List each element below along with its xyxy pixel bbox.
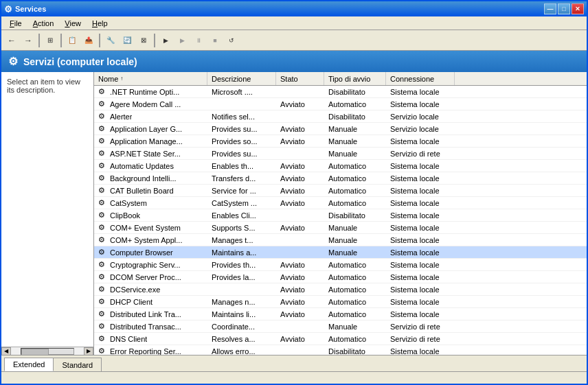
menu-view[interactable]: View [59, 18, 87, 29]
service-name-text: CAT Bulletin Board [110, 187, 174, 195]
pause-button[interactable]: ⏸ [191, 33, 206, 48]
service-startup-cell: Disabilitato [324, 112, 386, 121]
col-header-name[interactable]: Nome ↑ [94, 72, 207, 85]
play2-button[interactable]: ▶ [174, 33, 190, 48]
header-title: Servizi (computer locale) [23, 56, 137, 67]
service-name-cell: ⚙Distributed Link Tra... [94, 309, 207, 320]
refresh-button[interactable]: 🔄 [120, 33, 135, 48]
tab-standard[interactable]: Standard [53, 358, 102, 371]
back-button[interactable]: ← [4, 33, 19, 48]
service-name-text: COM+ System Appl... [110, 236, 182, 244]
table-row[interactable]: ⚙ClipBookEnables Cli...DisabilitatoSiste… [94, 209, 587, 222]
left-pane: Select an item to view its description. … [1, 72, 94, 355]
service-name-text: DHCP Client [110, 298, 152, 306]
menu-file[interactable]: File [4, 18, 27, 29]
services-table-body[interactable]: ⚙.NET Runtime Opti...Microsoft ....Disab… [94, 86, 587, 355]
col-header-conn[interactable]: Connessione [386, 72, 455, 85]
service-name-cell: ⚙Application Manage... [94, 136, 207, 147]
service-icon: ⚙ [98, 272, 108, 282]
forward-button[interactable]: → [21, 33, 36, 48]
service-conn-cell: Sistema locale [386, 285, 455, 294]
service-conn-cell: Servizio di rete [386, 149, 455, 159]
table-row[interactable]: ⚙Computer BrowserMaintains a...ManualeSi… [94, 246, 587, 259]
service-state-cell [276, 240, 324, 241]
export-button[interactable]: 📤 [81, 33, 96, 48]
service-startup-cell: Manuale [324, 124, 386, 134]
service-startup-cell: Automatico [324, 297, 386, 307]
table-row[interactable]: ⚙DNS ClientResolves a...AvviatoAutomatic… [94, 333, 587, 345]
toolbar: ← → ⊞ 📋 📤 🔧 🔄 ⊠ ▶ ▶ ⏸ ■ ↺ [1, 30, 587, 51]
properties-button[interactable]: 🔧 [103, 33, 118, 48]
service-state-cell: Avviato [276, 334, 324, 344]
close-button[interactable]: ✕ [572, 3, 584, 14]
service-conn-cell: Sistema locale [386, 174, 455, 183]
scroll-thumb[interactable] [21, 349, 49, 355]
table-row[interactable]: ⚙Application Layer G...Provides su...Avv… [94, 123, 587, 135]
service-conn-cell: Sistema locale [386, 223, 455, 233]
service-desc-cell: Transfers d... [207, 174, 276, 183]
col-header-state[interactable]: Stato [276, 72, 324, 85]
service-conn-cell: Sistema locale [386, 198, 455, 208]
table-row[interactable]: ⚙DCService.exeAvviatoAutomaticoSistema l… [94, 283, 587, 296]
table-row[interactable]: ⚙AlerterNotifies sel...DisabilitatoServi… [94, 110, 587, 123]
table-row[interactable]: ⚙DCOM Server Proc...Provides la...Avviat… [94, 271, 587, 283]
service-name-cell: ⚙Application Layer G... [94, 124, 207, 135]
minimize-button[interactable]: — [544, 3, 556, 14]
service-icon: ⚙ [98, 124, 108, 134]
options-button[interactable]: ⊠ [136, 33, 151, 48]
service-icon: ⚙ [98, 334, 108, 344]
service-desc-cell: Provides su... [207, 149, 276, 159]
table-row[interactable]: ⚙Background Intelli...Transfers d...Avvi… [94, 172, 587, 185]
table-row[interactable]: ⚙Application Manage...Provides so...Avvi… [94, 135, 587, 148]
table-row[interactable]: ⚙CatSystemCatSystem ...AvviatoAutomatico… [94, 197, 587, 209]
table-row[interactable]: ⚙Agere Modem Call ...AvviatoAutomaticoSi… [94, 98, 587, 110]
table-row[interactable]: ⚙Distributed Link Tra...Maintains li...A… [94, 308, 587, 320]
stop-button[interactable]: ■ [207, 33, 223, 48]
table-row[interactable]: ⚙Distributed Transac...Coordinate...Manu… [94, 320, 587, 333]
service-name-text: DCService.exe [110, 285, 160, 294]
tab-extended[interactable]: Extended [4, 358, 54, 371]
service-desc-cell: Enables Cli... [207, 211, 276, 220]
service-conn-cell: Sistema locale [386, 161, 455, 171]
table-row[interactable]: ⚙Automatic UpdatesEnables th...AvviatoAu… [94, 160, 587, 172]
service-icon: ⚙ [98, 297, 108, 307]
table-header: Nome ↑ Descrizione Stato Tipo di avvio C… [94, 72, 587, 86]
service-conn-cell: Sistema locale [386, 248, 455, 257]
service-name-text: Distributed Link Tra... [110, 310, 181, 318]
table-row[interactable]: ⚙Error Reporting Ser...Allows erro...Dis… [94, 345, 587, 355]
scroll-right-arrow[interactable]: ▶ [84, 347, 93, 355]
table-row[interactable]: ⚙COM+ Event SystemSupports S...AvviatoMa… [94, 222, 587, 234]
table-row[interactable]: ⚙ASP.NET State Ser...Provides su...Manua… [94, 148, 587, 160]
left-pane-content: Select an item to view its description. [1, 72, 93, 347]
content-header: ⚙ Servizi (computer locale) [1, 51, 587, 72]
back-list-button[interactable]: 📋 [65, 33, 80, 48]
menu-action[interactable]: Action [27, 18, 60, 29]
tree-view-button[interactable]: ⊞ [43, 33, 58, 48]
scroll-track[interactable] [21, 348, 74, 355]
service-state-cell [276, 252, 324, 253]
table-row[interactable]: ⚙CAT Bulletin BoardService for ...Avviat… [94, 185, 587, 197]
maximize-button[interactable]: □ [558, 3, 570, 14]
service-name-cell: ⚙CAT Bulletin Board [94, 185, 207, 196]
service-name-cell: ⚙Computer Browser [94, 247, 207, 258]
table-row[interactable]: ⚙Cryptographic Serv...Provides th...Avvi… [94, 259, 587, 271]
service-desc-cell: Notifies sel... [207, 112, 276, 121]
table-row[interactable]: ⚙COM+ System Appl...Manages t...ManualeS… [94, 234, 587, 246]
scroll-left-arrow[interactable]: ◀ [1, 347, 11, 355]
menu-help[interactable]: Help [87, 18, 113, 29]
col-header-desc[interactable]: Descrizione [207, 72, 276, 85]
service-desc-cell: CatSystem ... [207, 198, 276, 208]
service-icon: ⚙ [98, 112, 108, 121]
col-header-startup[interactable]: Tipo di avvio [324, 72, 386, 85]
horizontal-scrollbar[interactable]: ◀ ▶ [1, 347, 93, 355]
table-row[interactable]: ⚙.NET Runtime Opti...Microsoft ....Disab… [94, 86, 587, 98]
service-conn-cell: Sistema locale [386, 260, 455, 270]
service-desc-cell: Maintains li... [207, 310, 276, 319]
restart-button[interactable]: ↺ [224, 33, 239, 48]
service-state-cell [276, 326, 324, 327]
service-name-cell: ⚙ASP.NET State Ser... [94, 148, 207, 159]
service-conn-cell: Sistema locale [386, 235, 455, 245]
table-row[interactable]: ⚙DHCP ClientManages n...AvviatoAutomatic… [94, 296, 587, 308]
service-startup-cell: Automatico [324, 198, 386, 208]
play-button[interactable]: ▶ [158, 33, 173, 48]
